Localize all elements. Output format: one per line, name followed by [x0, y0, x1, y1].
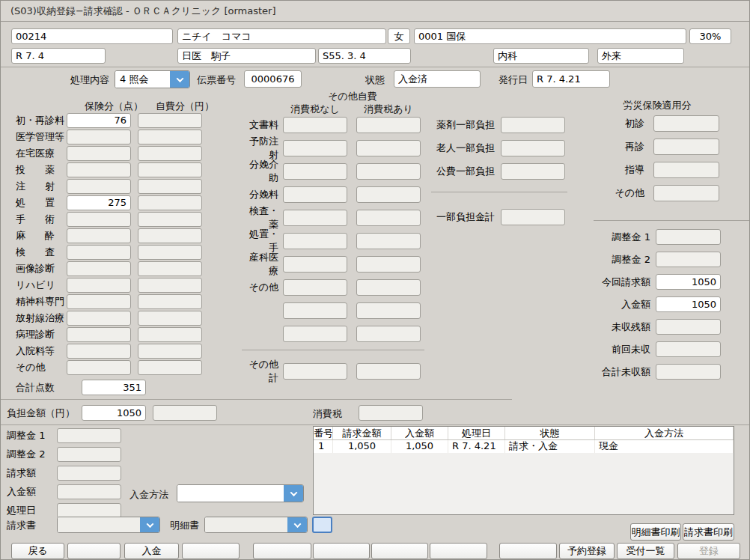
partial-burden-field[interactable]	[501, 140, 565, 156]
partial-burden-total-field[interactable]	[501, 209, 565, 225]
fee-selfpay-field[interactable]	[138, 261, 202, 276]
birthdate-field[interactable]: S55. 3. 4	[318, 48, 411, 64]
selfpay-with-tax-field[interactable]	[356, 233, 421, 249]
fee-selfpay-field[interactable]	[138, 228, 202, 243]
summary-row-field[interactable]: 1050	[656, 296, 721, 312]
fee-selfpay-field[interactable]	[138, 146, 202, 161]
selfpay-no-tax-field[interactable]	[283, 186, 347, 203]
patient-name-field[interactable]: 日医 駒子	[177, 48, 316, 64]
payment-method-combo[interactable]	[177, 484, 304, 502]
payment-row-field[interactable]	[57, 503, 121, 518]
rosai-row-field[interactable]	[653, 185, 719, 201]
payment-row-field[interactable]	[57, 428, 121, 443]
burden-rate-field[interactable]: 30%	[689, 28, 731, 44]
fee-selfpay-field[interactable]	[138, 245, 202, 260]
fee-point-field[interactable]	[67, 344, 131, 359]
history-row[interactable]: 1 1,050 1,050 R 7. 4.21 請求・入金 現金	[314, 440, 734, 453]
fkey-button-8[interactable]	[430, 543, 487, 559]
fkey-button-4[interactable]	[182, 543, 240, 559]
fkey-button-9[interactable]	[499, 543, 557, 559]
partial-burden-field[interactable]	[501, 117, 565, 133]
selfpay-with-tax-field[interactable]	[356, 326, 421, 342]
payment-row-field[interactable]	[57, 466, 121, 481]
selfpay-with-tax-field[interactable]	[356, 302, 421, 319]
payment-row-field[interactable]	[57, 484, 121, 499]
summary-row-field[interactable]: 1050	[656, 274, 721, 290]
fee-point-field[interactable]: 76	[67, 113, 131, 128]
burden-amount-field[interactable]: 1050	[82, 405, 146, 421]
fkey-button-2[interactable]	[67, 543, 121, 559]
fkey-button-7[interactable]	[371, 543, 428, 559]
selfpay-no-tax-field[interactable]	[283, 302, 347, 319]
fkey-button-5[interactable]	[253, 543, 311, 559]
selfpay-no-tax-field[interactable]	[283, 210, 347, 226]
patient-kana-field[interactable]: ニチイ コマコ	[177, 28, 386, 44]
fee-point-field[interactable]	[67, 294, 131, 309]
chevron-down-icon[interactable]	[284, 485, 303, 502]
fee-selfpay-field[interactable]	[138, 311, 202, 326]
rosai-row-field[interactable]	[653, 115, 719, 132]
process-type-combo[interactable]: 4 照会	[115, 70, 190, 88]
selfpay-no-tax-field[interactable]	[283, 256, 347, 273]
selfpay-with-tax-field[interactable]	[356, 256, 421, 273]
fee-selfpay-field[interactable]	[138, 278, 202, 293]
rosai-row-field[interactable]	[653, 162, 719, 178]
statement-print-button[interactable]: 明細書印刷	[630, 523, 681, 541]
deposit-button[interactable]: 入金	[124, 543, 179, 559]
total-points-field[interactable]: 351	[82, 380, 146, 395]
fee-point-field[interactable]: 275	[67, 195, 131, 210]
status-field[interactable]: 入金済	[394, 70, 481, 88]
payment-row-field[interactable]	[57, 447, 121, 462]
insurance-field[interactable]: 0001 国保	[414, 28, 686, 44]
statement-combo[interactable]	[204, 517, 308, 533]
rosai-row-field[interactable]	[653, 139, 719, 155]
burden-selfpay-field[interactable]	[153, 405, 217, 421]
focused-entry-box[interactable]	[312, 517, 332, 533]
selfpay-with-tax-field[interactable]	[356, 163, 421, 180]
consumption-tax-field[interactable]	[359, 405, 423, 421]
selfpay-with-tax-field[interactable]	[356, 140, 421, 156]
fee-point-field[interactable]	[67, 311, 131, 326]
fee-selfpay-field[interactable]	[138, 212, 202, 227]
selfpay-with-tax-field[interactable]	[356, 279, 421, 296]
selfpay-with-tax-field[interactable]	[356, 117, 421, 133]
issue-date-field[interactable]: R 7. 4.21	[532, 70, 610, 88]
summary-row-field[interactable]	[656, 229, 721, 245]
reception-list-button[interactable]: 受付一覧	[617, 543, 674, 559]
fee-selfpay-field[interactable]	[138, 130, 202, 144]
summary-row-field[interactable]	[656, 364, 721, 380]
summary-row-field[interactable]	[656, 319, 721, 335]
invoice-combo[interactable]	[57, 517, 160, 533]
selfpay-with-tax-field[interactable]	[356, 186, 421, 203]
summary-row-field[interactable]	[656, 341, 721, 357]
fee-point-field[interactable]	[67, 212, 131, 227]
fee-point-field[interactable]	[67, 130, 131, 144]
selfpay-no-tax-field[interactable]	[283, 163, 347, 180]
chevron-down-icon[interactable]	[140, 517, 159, 532]
selfpay-no-tax-field[interactable]	[283, 140, 347, 156]
fee-point-field[interactable]	[67, 245, 131, 260]
invoice-print-button[interactable]: 請求書印刷	[683, 523, 734, 541]
fee-point-field[interactable]	[67, 360, 131, 375]
visit-type-field[interactable]: 外来	[597, 48, 684, 64]
fee-selfpay-field[interactable]	[138, 113, 202, 128]
fee-point-field[interactable]	[67, 228, 131, 243]
patient-id-field[interactable]: 00214	[11, 28, 173, 44]
fee-selfpay-field[interactable]	[138, 195, 202, 210]
partial-burden-field[interactable]	[501, 163, 565, 180]
fee-selfpay-field[interactable]	[138, 327, 202, 342]
fee-selfpay-field[interactable]	[138, 344, 202, 359]
department-field[interactable]: 内科	[493, 48, 589, 64]
slip-number-field[interactable]: 0000676	[244, 70, 302, 88]
fee-point-field[interactable]	[67, 179, 131, 194]
fee-point-field[interactable]	[67, 327, 131, 342]
back-button[interactable]: 戻る	[11, 543, 64, 559]
fee-selfpay-field[interactable]	[138, 162, 202, 177]
selfpay-total-with-tax-field[interactable]	[356, 363, 421, 380]
fee-point-field[interactable]	[67, 146, 131, 161]
visit-month-field[interactable]: R 7. 4	[11, 48, 106, 64]
chevron-down-icon[interactable]	[287, 517, 307, 532]
fee-selfpay-field[interactable]	[138, 294, 202, 309]
fee-point-field[interactable]	[67, 278, 131, 293]
selfpay-no-tax-field[interactable]	[283, 233, 347, 249]
